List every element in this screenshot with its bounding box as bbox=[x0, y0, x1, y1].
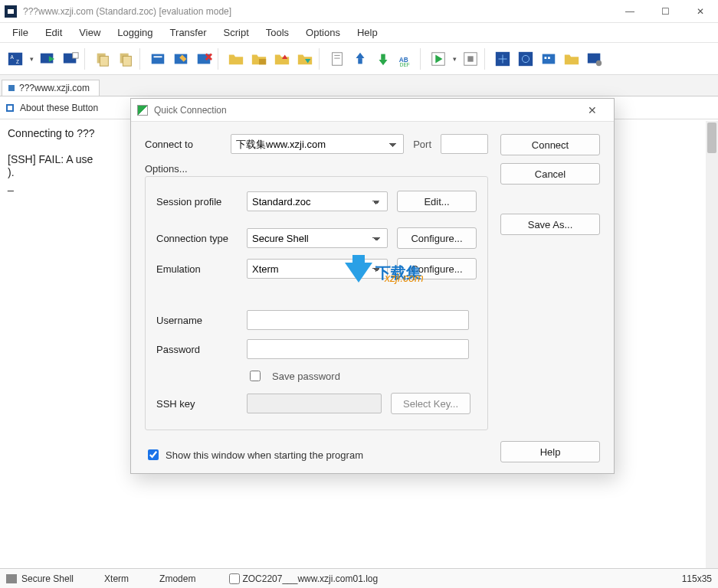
button-icon bbox=[6, 104, 14, 112]
session-profile-select[interactable]: Standard.zoc bbox=[247, 191, 388, 211]
download-icon[interactable] bbox=[372, 48, 394, 70]
menu-logging[interactable]: Logging bbox=[110, 25, 160, 40]
crosshair-icon[interactable] bbox=[515, 48, 536, 70]
session-tab[interactable]: ???www.xzji.com bbox=[2, 80, 100, 96]
profile-icon[interactable] bbox=[147, 48, 169, 70]
save-password-checkbox[interactable] bbox=[250, 371, 261, 381]
menu-tools[interactable]: Tools bbox=[258, 25, 297, 40]
spell-icon[interactable]: ABDEF bbox=[395, 48, 417, 70]
password-label: Password bbox=[156, 344, 247, 355]
edit-profile-icon[interactable] bbox=[170, 48, 192, 70]
dialog-icon bbox=[137, 105, 148, 116]
dialog-close-button[interactable]: ✕ bbox=[577, 104, 608, 116]
dropdown-icon[interactable]: ▾ bbox=[451, 55, 458, 63]
show-startup-label: Show this window when starting the progr… bbox=[166, 449, 363, 461]
configure-emulation-button[interactable]: Configure... bbox=[397, 258, 477, 279]
svg-rect-12 bbox=[154, 56, 162, 57]
connect-to-label: Connect to bbox=[145, 139, 231, 150]
stop-script-icon[interactable] bbox=[460, 48, 481, 70]
emulation-label: Emulation bbox=[156, 263, 247, 275]
connect-button[interactable]: Connect bbox=[500, 134, 600, 155]
username-input[interactable] bbox=[247, 310, 469, 330]
run-script-icon[interactable] bbox=[428, 48, 449, 70]
options-label: Options... bbox=[145, 163, 488, 175]
scrollbar-thumb[interactable] bbox=[707, 122, 716, 153]
cancel-button[interactable]: Cancel bbox=[500, 163, 600, 185]
new-folder-icon[interactable] bbox=[225, 48, 247, 70]
tab-status-icon bbox=[8, 85, 15, 91]
status-protocol-icon bbox=[6, 574, 17, 583]
tab-label: ???www.xzji.com bbox=[19, 83, 90, 93]
maximize-button[interactable]: ☐ bbox=[648, 0, 683, 23]
connect-to-combo[interactable]: 下载集www.xzji.com bbox=[231, 134, 404, 154]
upload-icon[interactable] bbox=[349, 48, 371, 70]
sshkey-label: SSH key bbox=[156, 398, 247, 410]
reconnect-icon[interactable] bbox=[60, 48, 81, 70]
status-size: 115x35 bbox=[682, 573, 712, 584]
delete-profile-icon[interactable] bbox=[193, 48, 215, 70]
options-fieldset: Session profile Standard.zoc Edit... Con… bbox=[145, 176, 488, 430]
log-icon[interactable] bbox=[326, 48, 348, 70]
emulation-select[interactable]: Xterm bbox=[247, 259, 388, 279]
status-emulation: Xterm bbox=[104, 573, 129, 584]
tab-strip: ???www.xzji.com bbox=[0, 75, 718, 96]
svg-rect-20 bbox=[333, 52, 343, 65]
dropdown-icon[interactable]: ▾ bbox=[28, 55, 35, 63]
sshkey-input bbox=[247, 394, 382, 413]
menu-transfer[interactable]: Transfer bbox=[162, 25, 215, 40]
menu-script[interactable]: Script bbox=[216, 25, 257, 40]
save-password-label: Save password bbox=[272, 371, 340, 382]
paste-icon[interactable] bbox=[115, 48, 136, 70]
connection-type-label: Connection type bbox=[156, 233, 247, 244]
menu-edit[interactable]: Edit bbox=[38, 25, 70, 40]
folder-up-icon[interactable] bbox=[271, 48, 293, 70]
macro-folder-icon[interactable] bbox=[561, 48, 582, 70]
device-icon[interactable] bbox=[584, 48, 605, 70]
select-key-button[interactable]: Select Key... bbox=[391, 393, 470, 414]
svg-marker-30 bbox=[435, 54, 442, 63]
toolbar: AZ ▾ ABDEF ▾ bbox=[0, 43, 718, 75]
about-buttons-label[interactable]: About these Button bbox=[20, 103, 98, 113]
svg-point-42 bbox=[596, 60, 602, 65]
port-label: Port bbox=[413, 139, 431, 150]
port-input[interactable] bbox=[441, 134, 488, 154]
dialog-titlebar: Quick Connection ✕ bbox=[131, 99, 614, 122]
svg-rect-39 bbox=[545, 57, 547, 59]
terminal-scrollbar[interactable] bbox=[706, 121, 718, 568]
folder-down-icon[interactable] bbox=[294, 48, 316, 70]
status-bar: Secure Shell Xterm Zmodem ZOC2207___www.… bbox=[0, 568, 718, 588]
open-folder-icon[interactable] bbox=[248, 48, 270, 70]
menu-help[interactable]: Help bbox=[349, 25, 385, 40]
configure-connection-button[interactable]: Configure... bbox=[397, 227, 477, 249]
status-logfile: ZOC2207___www.xzji.com01.log bbox=[242, 573, 378, 584]
host-directory-icon[interactable]: AZ bbox=[5, 48, 26, 70]
status-log-checkbox[interactable] bbox=[229, 573, 240, 584]
minimize-button[interactable]: ― bbox=[612, 0, 648, 23]
keymap-icon[interactable] bbox=[538, 48, 559, 70]
window-controls: ― ☐ ✕ bbox=[612, 0, 718, 23]
close-button[interactable]: ✕ bbox=[683, 0, 718, 23]
show-startup-checkbox[interactable] bbox=[148, 449, 159, 460]
connection-type-select[interactable]: Secure Shell bbox=[247, 228, 388, 248]
svg-text:DEF: DEF bbox=[400, 62, 410, 67]
find-icon[interactable] bbox=[492, 48, 513, 70]
terminal-line: _ bbox=[8, 179, 14, 191]
status-transfer: Zmodem bbox=[159, 573, 195, 584]
window-titlebar: ???www.xzji.com (Standard.zoc) [evaluati… bbox=[0, 0, 718, 23]
save-as-button[interactable]: Save As... bbox=[500, 214, 600, 235]
svg-rect-6 bbox=[73, 52, 78, 57]
edit-profile-button[interactable]: Edit... bbox=[397, 191, 477, 212]
menu-options[interactable]: Options bbox=[298, 25, 348, 40]
svg-rect-11 bbox=[152, 54, 165, 64]
password-input[interactable] bbox=[247, 339, 469, 359]
menu-file[interactable]: File bbox=[5, 25, 36, 40]
menu-view[interactable]: View bbox=[71, 25, 108, 40]
svg-rect-10 bbox=[123, 56, 131, 66]
dialog-title: Quick Connection bbox=[154, 105, 227, 116]
session-profile-label: Session profile bbox=[156, 196, 247, 207]
copy-icon[interactable] bbox=[92, 48, 113, 70]
window-title: ???www.xzji.com (Standard.zoc) [evaluati… bbox=[23, 6, 231, 17]
quick-connection-dialog: Quick Connection ✕ Connect to 下载集www.xzj… bbox=[130, 98, 615, 474]
quick-connect-icon[interactable] bbox=[37, 48, 58, 70]
help-button[interactable]: Help bbox=[500, 441, 600, 462]
